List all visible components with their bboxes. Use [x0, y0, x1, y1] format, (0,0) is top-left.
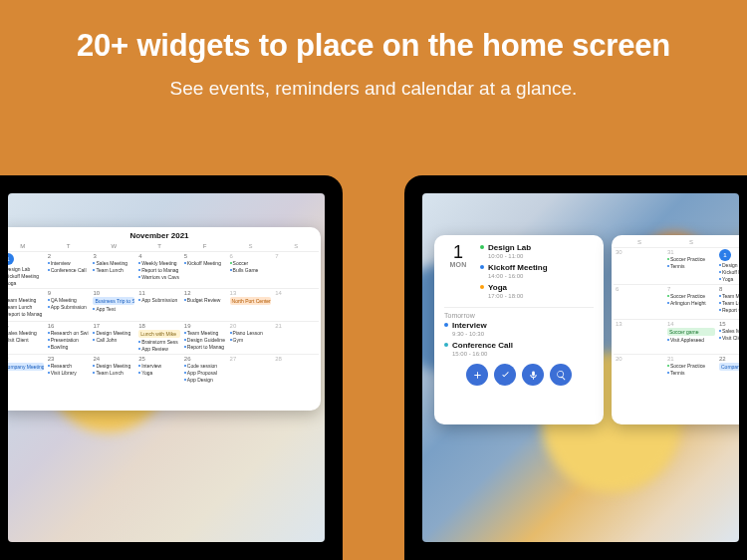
- calendar-event[interactable]: Design Meeting: [93, 330, 134, 337]
- month-day-cell[interactable]: 21: [273, 321, 319, 354]
- calendar-event[interactable]: Team Lunch: [8, 304, 44, 311]
- month-day-cell[interactable]: 17Design MeetingCall John: [91, 321, 136, 354]
- mini-day-cell[interactable]: 22Company Meeting: [717, 354, 739, 389]
- month-day-cell[interactable]: 14: [273, 288, 319, 321]
- agenda-event[interactable]: Interview9:30 - 10:30: [444, 321, 594, 338]
- calendar-event[interactable]: Company Meeting: [719, 363, 739, 371]
- calendar-event[interactable]: Report to Manag: [184, 344, 226, 351]
- calendar-event[interactable]: Lunch with Mike: [138, 330, 180, 338]
- month-day-cell[interactable]: 26Code sessionApp ProposalApp Design: [182, 354, 228, 387]
- month-day-cell[interactable]: 6SoccerBulls Game: [228, 251, 274, 288]
- month-day-cell[interactable]: 19Team MeetingDesign GuidelineReport to …: [182, 321, 228, 354]
- calendar-event[interactable]: QA Meeting: [48, 297, 90, 304]
- calendar-event[interactable]: Kickoff Meeting: [719, 269, 739, 276]
- calendar-event[interactable]: Bowling: [48, 344, 90, 351]
- calendar-event[interactable]: Company Meeting: [8, 363, 44, 371]
- calendar-event[interactable]: Conference Call: [48, 267, 90, 274]
- month-day-cell[interactable]: 3Sales MeetingTeam Lunch: [91, 251, 136, 288]
- calendar-event[interactable]: Soccer Practice: [667, 293, 715, 300]
- calendar-event[interactable]: Sales Meeting: [8, 330, 44, 337]
- done-button[interactable]: [494, 364, 516, 386]
- calendar-event[interactable]: Code session: [184, 363, 226, 370]
- calendar-event[interactable]: Warriors vs Cavs: [138, 274, 180, 281]
- mini-day-cell[interactable]: 7Soccer PracticeArlington Height: [665, 284, 717, 319]
- month-day-cell[interactable]: 12Budget Review: [182, 288, 228, 321]
- month-day-cell[interactable]: 22Company Meeting: [8, 354, 46, 387]
- agenda-event[interactable]: Yoga17:00 - 18:00: [480, 283, 594, 300]
- month-day-cell[interactable]: 7: [273, 251, 319, 288]
- calendar-event[interactable]: Research: [48, 363, 90, 370]
- calendar-event[interactable]: Yoga: [8, 280, 44, 287]
- month-day-cell[interactable]: 9QA MeetingApp Submission: [46, 288, 92, 321]
- month-day-cell[interactable]: 23ResearchVisit Library: [46, 354, 92, 387]
- calendar-event[interactable]: Tennis: [667, 370, 715, 377]
- mini-day-cell[interactable]: 1Design LabKickoff MeetingYoga: [717, 247, 739, 284]
- mini-day-cell[interactable]: 20: [614, 354, 665, 389]
- calendar-event[interactable]: North Port Center: [230, 297, 272, 305]
- calendar-event[interactable]: App Proposal: [184, 370, 226, 377]
- month-day-cell[interactable]: 13North Port Center: [228, 288, 274, 321]
- search-button[interactable]: [550, 364, 572, 386]
- agenda-event[interactable]: Kickoff Meeting14:00 - 16:00: [480, 263, 594, 280]
- calendar-event[interactable]: Report to Manag: [138, 267, 180, 274]
- month-day-cell[interactable]: 2InterviewConference Call: [46, 251, 92, 288]
- calendar-event[interactable]: App Review: [138, 346, 180, 353]
- calendar-event[interactable]: Budget Review: [184, 297, 226, 304]
- calendar-event[interactable]: Soccer Practice: [667, 363, 715, 370]
- month-day-cell[interactable]: 4Weekly MeetingReport to ManagWarriors v…: [136, 251, 182, 288]
- mini-day-cell[interactable]: 21Soccer PracticeTennis: [665, 354, 717, 389]
- calendar-event[interactable]: Team Meeting: [8, 297, 44, 304]
- calendar-event[interactable]: Interview: [48, 260, 90, 267]
- calendar-event[interactable]: Visit Client: [8, 337, 44, 344]
- agenda-event[interactable]: Conference Call15:00 - 16:00: [444, 341, 594, 358]
- mini-day-cell[interactable]: 14Soccer gameVisit Appleseed: [665, 319, 717, 354]
- month-day-cell[interactable]: 1Design LabKickoff MeetingYoga: [8, 251, 46, 288]
- calendar-event[interactable]: Sales Meeting: [719, 328, 739, 335]
- mini-day-cell[interactable]: 13: [614, 319, 665, 354]
- month-day-cell[interactable]: 15Sales MeetingVisit Client: [8, 321, 46, 354]
- calendar-event[interactable]: Team Lunch: [93, 267, 134, 274]
- calendar-event[interactable]: Design Meeting: [93, 363, 134, 370]
- mini-day-cell[interactable]: 6: [614, 284, 665, 319]
- calendar-event[interactable]: Business Trip to San Francisco: [93, 297, 134, 305]
- calendar-event[interactable]: App Submission: [138, 297, 180, 304]
- mini-day-cell[interactable]: 15Sales MeetingVisit Client: [717, 319, 739, 354]
- calendar-event[interactable]: Bulls Game: [230, 267, 272, 274]
- calendar-event[interactable]: Team Lunch: [93, 370, 134, 377]
- month-day-cell[interactable]: 27: [228, 354, 274, 387]
- add-button[interactable]: [466, 364, 488, 386]
- calendar-event[interactable]: Soccer game: [667, 328, 715, 336]
- calendar-event[interactable]: Tennis: [667, 263, 715, 270]
- month-day-cell[interactable]: 25InterviewYoga: [136, 354, 182, 387]
- month-day-cell[interactable]: 10Business Trip to San FranciscoApp Test: [91, 288, 136, 321]
- calendar-event[interactable]: Team Lunch: [719, 300, 739, 307]
- week-list-widget[interactable]: SSM3031Soccer PracticeTennis1Design LabK…: [612, 235, 739, 424]
- calendar-event[interactable]: Interview: [138, 363, 180, 370]
- calendar-event[interactable]: Call John: [93, 337, 134, 344]
- calendar-event[interactable]: Report to Manag: [719, 307, 739, 314]
- calendar-event[interactable]: Visit Client: [719, 335, 739, 342]
- month-day-cell[interactable]: 28: [273, 354, 319, 387]
- calendar-event[interactable]: Brainstorm Sess: [138, 339, 180, 346]
- calendar-event[interactable]: App Test: [93, 306, 134, 313]
- mini-day-cell[interactable]: 30: [614, 247, 665, 284]
- calendar-event[interactable]: Kickoff Meeting: [8, 273, 44, 280]
- calendar-event[interactable]: Presentation: [48, 337, 90, 344]
- calendar-event[interactable]: Soccer: [230, 260, 272, 267]
- calendar-event[interactable]: Arlington Height: [667, 300, 715, 307]
- calendar-event[interactable]: Report to Manag: [8, 311, 44, 318]
- calendar-event[interactable]: Design Guideline: [184, 337, 226, 344]
- calendar-event[interactable]: Sales Meeting: [93, 260, 134, 267]
- calendar-event[interactable]: App Submission: [48, 304, 90, 311]
- calendar-event[interactable]: Visit Library: [48, 370, 90, 377]
- month-day-cell[interactable]: 5Kickoff Meeting: [182, 251, 228, 288]
- calendar-event[interactable]: Team Meeting: [719, 293, 739, 300]
- calendar-event[interactable]: Yoga: [138, 370, 180, 377]
- calendar-event[interactable]: Design Lab: [719, 262, 739, 269]
- calendar-event[interactable]: Visit Appleseed: [667, 337, 715, 344]
- month-day-cell[interactable]: 18Lunch with MikeBrainstorm SessApp Revi…: [136, 321, 182, 354]
- calendar-event[interactable]: App Design: [184, 377, 226, 384]
- month-day-cell[interactable]: 16Research on SwiPresentationBowling: [46, 321, 92, 354]
- agenda-event[interactable]: Design Lab10:00 - 11:00: [480, 243, 594, 260]
- agenda-widget[interactable]: 1 MON Design Lab10:00 - 11:00Kickoff Mee…: [434, 235, 604, 424]
